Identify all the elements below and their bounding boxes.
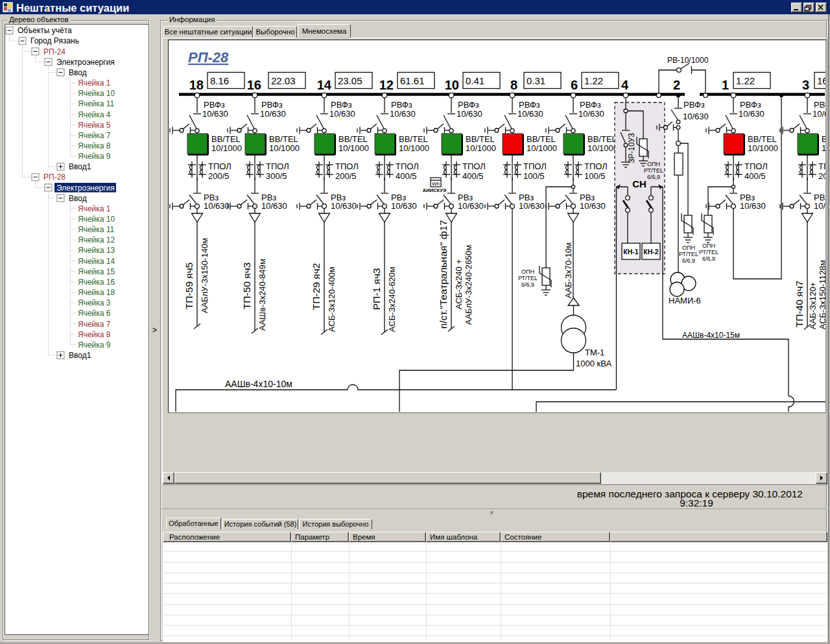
svg-text:ВВ/TEL: ВВ/TEL: [527, 134, 556, 144]
svg-text:РВФз: РВФз: [261, 100, 283, 110]
svg-text:10/630: 10/630: [517, 109, 543, 119]
svg-text:100/5: 100/5: [584, 171, 606, 181]
svg-text:РП-1 яч3: РП-1 яч3: [371, 268, 382, 310]
svg-text:3: 3: [802, 78, 809, 92]
svg-text:18: 18: [189, 78, 204, 92]
svg-text:10/1000: 10/1000: [822, 143, 827, 153]
svg-text:АИИСКУЭ: АИИСКУЭ: [423, 187, 447, 193]
svg-text:РТ/TEL: РТ/TEL: [699, 249, 718, 256]
svg-text:200/5: 200/5: [335, 171, 357, 181]
svg-text:ОПН: ОПН: [702, 243, 715, 249]
svg-text:10/630: 10/630: [329, 109, 355, 119]
svg-text:КН-2: КН-2: [643, 248, 658, 256]
svg-text:РВФз: РВФз: [391, 100, 412, 110]
svg-text:РТ/TEL: РТ/TEL: [644, 167, 663, 174]
svg-text:10/630: 10/630: [202, 109, 228, 119]
svg-text:РВФз: РВФз: [519, 100, 540, 110]
svg-text:10/1000: 10/1000: [587, 143, 618, 153]
svg-text:ТПОЛ: ТПОЛ: [462, 161, 486, 171]
svg-text:10/630: 10/630: [260, 109, 286, 119]
svg-text:2: 2: [673, 78, 680, 92]
svg-text:АСБ-3х150-1128м: АСБ-3х150-1128м: [818, 260, 827, 329]
svg-text:ВВ/TEL: ВВ/TEL: [399, 134, 428, 144]
svg-text:22.03: 22.03: [271, 75, 296, 86]
svg-text:ТП-40 яч7: ТП-40 яч7: [794, 281, 805, 328]
svg-text:РТ/TEL: РТ/TEL: [679, 251, 698, 257]
svg-text:0.31: 0.31: [527, 75, 545, 86]
svg-text:АСБ-3х240 +: АСБ-3х240 +: [454, 259, 464, 309]
svg-text:ТПОЛ: ТПОЛ: [523, 161, 547, 171]
svg-text:НАМИ-6: НАМИ-6: [669, 296, 701, 305]
svg-text:п/ст."Театральная" ф17: п/ст."Театральная" ф17: [438, 220, 449, 329]
svg-text:ТП-29 яч2: ТП-29 яч2: [311, 263, 322, 310]
svg-text:200/5: 200/5: [818, 171, 827, 181]
svg-text:10/630: 10/630: [204, 201, 230, 211]
svg-text:ОПН: ОПН: [521, 268, 534, 275]
svg-text:10/630: 10/630: [683, 112, 709, 121]
svg-text:РВ-10/1000: РВ-10/1000: [667, 56, 709, 65]
svg-text:ВВ/TEL: ВВ/TEL: [338, 134, 368, 144]
svg-text:РТ/TEL: РТ/TEL: [518, 275, 538, 281]
svg-text:10/1000: 10/1000: [748, 143, 778, 153]
svg-text:РВФз: РВФз: [683, 100, 705, 110]
svg-text:РВФз: РВФз: [331, 100, 352, 110]
svg-text:8.16: 8.16: [210, 75, 229, 86]
svg-text:ТП-50 яч3: ТП-50 яч3: [241, 263, 252, 309]
svg-text:ААШв-4х10-10м: ААШв-4х10-10м: [225, 379, 292, 389]
svg-text:ОПН: ОПН: [647, 161, 660, 167]
svg-text:ААБ-3х120+: ААБ-3х120+: [808, 282, 818, 329]
svg-text:10/630: 10/630: [814, 201, 827, 211]
svg-text:10/630: 10/630: [578, 109, 604, 119]
svg-text:100/5: 100/5: [523, 171, 545, 181]
svg-text:10/630: 10/630: [456, 109, 482, 119]
svg-text:ТПОЛ: ТПОЛ: [818, 161, 827, 171]
svg-text:10: 10: [445, 78, 459, 92]
svg-text:10/630: 10/630: [391, 201, 417, 211]
svg-text:РВФз: РВФз: [458, 100, 479, 110]
svg-text:10/630: 10/630: [331, 201, 357, 211]
svg-text:1.22: 1.22: [584, 75, 603, 86]
svg-text:ОПН: ОПН: [682, 244, 695, 251]
svg-text:ААБлУ-3х150-140м: ААБлУ-3х150-140м: [200, 238, 209, 313]
svg-text:10/630: 10/630: [261, 201, 287, 211]
svg-text:ТП-59 яч5: ТП-59 яч5: [184, 263, 195, 309]
svg-text:10/630: 10/630: [458, 201, 484, 211]
svg-text:6/6,9: 6/6,9: [702, 256, 715, 262]
svg-text:РВФз: РВФз: [740, 100, 761, 110]
svg-text:Wh: Wh: [432, 181, 440, 187]
svg-text:10/1000: 10/1000: [466, 143, 496, 153]
svg-text:6: 6: [571, 78, 578, 92]
svg-text:6/6,9: 6/6,9: [647, 174, 660, 180]
svg-text:10/630: 10/630: [739, 109, 765, 119]
svg-text:ЗР-10У3: ЗР-10У3: [627, 133, 636, 163]
svg-text:10/1000: 10/1000: [527, 143, 557, 153]
svg-text:61.61: 61.61: [400, 75, 425, 86]
svg-text:РП-28: РП-28: [188, 49, 229, 66]
svg-text:ТПОЛ: ТПОЛ: [266, 161, 289, 171]
svg-text:АСБ-3х240-620м: АСБ-3х240-620м: [387, 267, 397, 332]
svg-text:ТПОЛ: ТПОЛ: [744, 161, 768, 171]
svg-text:ТМ-1: ТМ-1: [585, 348, 604, 357]
svg-text:200/5: 200/5: [208, 171, 230, 181]
svg-text:400/5: 400/5: [744, 171, 766, 181]
svg-text:ТПОЛ: ТПОЛ: [396, 161, 419, 171]
svg-text:6/6,9: 6/6,9: [682, 257, 695, 264]
svg-text:16: 16: [817, 75, 827, 86]
svg-text:РВФз: РВФз: [814, 100, 827, 110]
svg-text:4: 4: [621, 78, 629, 92]
svg-text:ТПОЛ: ТПОЛ: [208, 161, 231, 171]
svg-text:ААБлУ-3х240-2650м: ААБлУ-3х240-2650м: [464, 244, 473, 325]
svg-text:0.41: 0.41: [466, 75, 484, 86]
svg-text:8: 8: [510, 78, 517, 92]
svg-text:10/630: 10/630: [740, 201, 766, 211]
svg-text:10/1000: 10/1000: [338, 143, 369, 153]
svg-text:СН: СН: [632, 178, 646, 189]
svg-text:ААБ-3х70-10м: ААБ-3х70-10м: [563, 243, 573, 298]
svg-text:10/1000: 10/1000: [211, 143, 242, 153]
svg-text:ААШв-4х10-15м: ААШв-4х10-15м: [682, 331, 740, 340]
svg-text:10/630: 10/630: [519, 201, 545, 211]
svg-text:1000 кВА: 1000 кВА: [576, 359, 611, 368]
svg-text:16: 16: [247, 78, 261, 92]
svg-text:ВВ/TEL: ВВ/TEL: [466, 134, 495, 144]
svg-text:300/5: 300/5: [266, 171, 287, 181]
